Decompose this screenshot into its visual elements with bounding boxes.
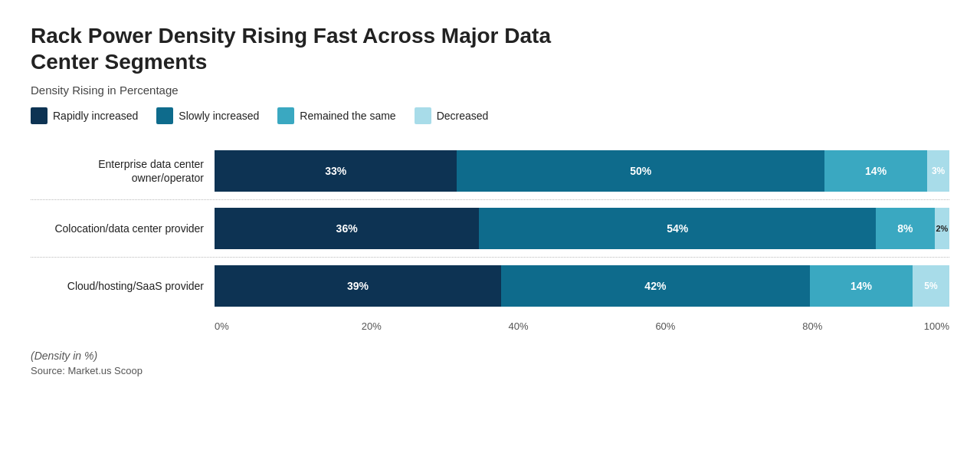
legend-item: Slowly increased bbox=[156, 107, 259, 124]
legend-item: Decreased bbox=[415, 107, 489, 124]
bar-row: Enterprise data center owner/operator33%… bbox=[31, 143, 949, 200]
chart-subtitle: Density Rising in Percentage bbox=[31, 84, 949, 97]
x-axis: 0%20%40%60%80%100% bbox=[215, 320, 949, 336]
bar-segment: 3% bbox=[927, 150, 949, 192]
bar-row: Colocation/data center provider36%54%8%2… bbox=[31, 200, 949, 258]
legend-swatch bbox=[31, 107, 48, 124]
bar-segment: 14% bbox=[810, 265, 913, 307]
row-label: Colocation/data center provider bbox=[31, 222, 215, 235]
legend-item: Remained the same bbox=[277, 107, 395, 124]
bar-row: Cloud/hosting/SaaS provider39%42%14%5% bbox=[31, 258, 949, 314]
legend-label: Slowly increased bbox=[179, 110, 259, 122]
bar-segment: 14% bbox=[824, 150, 927, 192]
bar-container: 33%50%14%3% bbox=[215, 150, 949, 192]
x-axis-label: 0% bbox=[215, 320, 229, 332]
legend: Rapidly increased Slowly increased Remai… bbox=[31, 107, 949, 124]
footer-note: (Density in %) bbox=[31, 350, 949, 362]
bar-segment: 50% bbox=[457, 150, 824, 192]
row-label: Cloud/hosting/SaaS provider bbox=[31, 279, 215, 293]
footer-source: Source: Market.us Scoop bbox=[31, 365, 949, 376]
legend-item: Rapidly increased bbox=[31, 107, 138, 124]
bar-segment: 2% bbox=[935, 208, 949, 249]
bar-segment: 54% bbox=[479, 208, 876, 249]
x-axis-label: 80% bbox=[802, 320, 822, 332]
legend-label: Remained the same bbox=[300, 110, 395, 122]
bar-segment: 33% bbox=[215, 150, 457, 192]
bar-segment: 5% bbox=[913, 265, 949, 307]
row-label: Enterprise data center owner/operator bbox=[31, 157, 215, 185]
x-axis-label: 20% bbox=[362, 320, 382, 332]
x-axis-label: 60% bbox=[655, 320, 675, 332]
legend-label: Decreased bbox=[437, 110, 489, 122]
bar-segment: 8% bbox=[876, 208, 935, 249]
legend-swatch bbox=[277, 107, 294, 124]
chart-title: Rack Power Density Rising Fast Across Ma… bbox=[31, 23, 567, 74]
x-axis-label: 40% bbox=[509, 320, 529, 332]
bar-segment: 42% bbox=[501, 265, 810, 307]
x-axis-label: 100% bbox=[924, 320, 949, 332]
bar-container: 39%42%14%5% bbox=[215, 265, 949, 307]
bar-container: 36%54%8%2% bbox=[215, 208, 949, 249]
bar-segment: 36% bbox=[215, 208, 479, 249]
bar-segment: 39% bbox=[215, 265, 501, 307]
chart-area: Enterprise data center owner/operator33%… bbox=[31, 143, 949, 314]
legend-swatch bbox=[156, 107, 173, 124]
legend-label: Rapidly increased bbox=[53, 110, 138, 122]
legend-swatch bbox=[415, 107, 431, 124]
